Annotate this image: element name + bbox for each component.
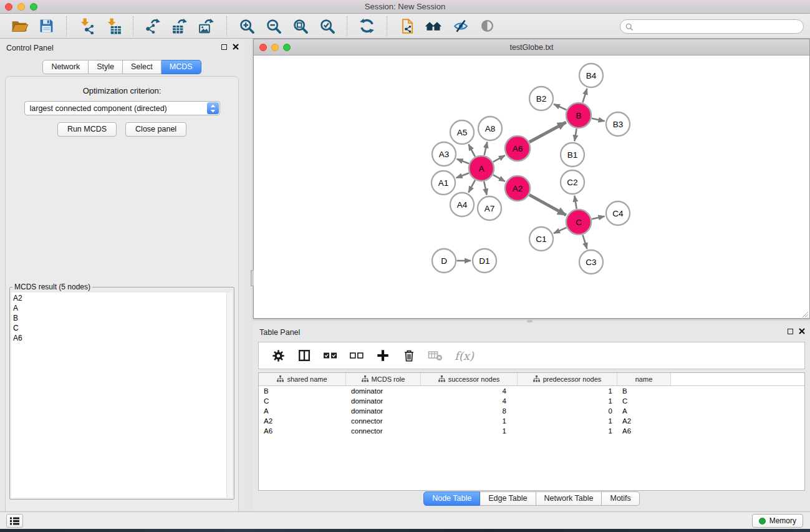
graph-node-B2[interactable]: B2 xyxy=(529,87,553,110)
import-table-icon[interactable] xyxy=(105,17,122,34)
graph-edge-A-A8[interactable] xyxy=(485,142,488,155)
mcds-result-item[interactable]: C xyxy=(13,323,233,333)
graph-edge-A2-C[interactable] xyxy=(529,195,566,215)
graph-node-D1[interactable]: D1 xyxy=(473,249,496,273)
close-panel-button[interactable]: Close panel xyxy=(125,122,186,137)
zoom-fit-icon[interactable] xyxy=(292,17,309,34)
result-scrollbar[interactable] xyxy=(226,293,233,498)
tab-network-table[interactable]: Network Table xyxy=(536,491,602,506)
home-icon[interactable] xyxy=(425,17,442,34)
graph-edge-C-C1[interactable] xyxy=(554,228,566,233)
graph-node-A1[interactable]: A1 xyxy=(432,171,455,195)
graph-node-A3[interactable]: A3 xyxy=(432,142,456,166)
splitter-handle[interactable] xyxy=(251,270,254,286)
import-network-icon[interactable] xyxy=(78,17,95,34)
graph-edge-A-A7[interactable] xyxy=(484,181,486,195)
graph-edge-A-A5[interactable] xyxy=(468,144,475,157)
tab-mcds[interactable]: MCDS xyxy=(162,60,201,74)
export-table-icon[interactable] xyxy=(171,17,188,34)
table-row[interactable]: Cdominator41C xyxy=(259,396,804,406)
graph-node-A2[interactable]: A2 xyxy=(505,176,530,201)
columns-icon[interactable] xyxy=(297,348,312,363)
tab-node-table[interactable]: Node Table xyxy=(423,491,480,506)
graph-node-C3[interactable]: C3 xyxy=(579,250,603,274)
mcds-result-list[interactable]: A2ABCA6 xyxy=(11,293,233,498)
export-network-icon[interactable] xyxy=(145,17,162,34)
table-row[interactable]: A6connector11A6 xyxy=(259,426,804,436)
graph-edge-B-B3[interactable] xyxy=(592,118,605,122)
mcds-result-item[interactable]: B xyxy=(13,313,233,323)
table-row[interactable]: A2connector11A2 xyxy=(259,416,804,426)
optimization-criterion-select[interactable]: largest connected component (directed) xyxy=(24,101,220,115)
task-history-button[interactable] xyxy=(6,514,23,528)
column-header-predecessor-nodes[interactable]: predecessor nodes xyxy=(518,373,617,385)
float-table-panel-icon[interactable] xyxy=(788,329,793,334)
graph-node-A7[interactable]: A7 xyxy=(478,196,501,220)
graph-edge-B-B1[interactable] xyxy=(574,128,576,141)
network-document-icon[interactable] xyxy=(398,17,415,34)
tab-motifs[interactable]: Motifs xyxy=(602,491,639,506)
hide-glasses-icon[interactable] xyxy=(452,17,469,34)
float-panel-icon[interactable] xyxy=(221,44,227,50)
zoom-out-icon[interactable] xyxy=(265,17,282,34)
network-canvas[interactable]: B4B2BB3A5A8A6A3B1AA1A2C2A4A7C4CC1DD1C3 xyxy=(254,56,809,318)
add-row-icon[interactable] xyxy=(375,348,390,363)
graph-edge-A-A6[interactable] xyxy=(493,155,505,162)
mcds-result-item[interactable]: A2 xyxy=(13,293,233,303)
graph-edge-B-B2[interactable] xyxy=(554,104,566,110)
search-input[interactable] xyxy=(620,19,804,34)
graph-edge-C-C2[interactable] xyxy=(574,196,576,209)
graph-node-C4[interactable]: C4 xyxy=(606,201,630,225)
zoom-selected-icon[interactable] xyxy=(319,17,335,34)
refresh-icon[interactable] xyxy=(359,17,375,34)
graph-edge-C-C3[interactable] xyxy=(582,235,587,249)
graph-node-A5[interactable]: A5 xyxy=(450,120,474,144)
graph-node-A6[interactable]: A6 xyxy=(505,136,530,161)
run-mcds-button[interactable]: Run MCDS xyxy=(57,122,117,137)
graph-edge-B-B4[interactable] xyxy=(582,89,587,102)
eye-icon[interactable] xyxy=(479,17,496,34)
select-all-icon[interactable] xyxy=(323,348,338,363)
column-header-MCDS-role[interactable]: MCDS role xyxy=(346,373,421,385)
tab-style[interactable]: Style xyxy=(89,60,123,74)
graph-edge-A6-B[interactable] xyxy=(529,122,566,142)
tab-select[interactable]: Select xyxy=(123,60,162,74)
save-session-icon[interactable] xyxy=(38,17,55,34)
open-file-icon[interactable] xyxy=(11,17,28,34)
graph-edge-A-A2[interactable] xyxy=(493,175,505,181)
horizontal-splitter-grip[interactable] xyxy=(527,320,533,322)
export-image-icon[interactable] xyxy=(198,17,215,34)
gear-icon[interactable] xyxy=(271,348,286,363)
window-resize-grip[interactable] xyxy=(801,309,809,317)
graph-node-A4[interactable]: A4 xyxy=(450,193,474,216)
graph-node-C1[interactable]: C1 xyxy=(529,227,553,251)
graph-edge-A-A1[interactable] xyxy=(456,173,469,178)
zoom-in-icon[interactable] xyxy=(238,17,255,34)
table-row[interactable]: Adominator80A xyxy=(259,406,804,416)
unselect-all-icon[interactable] xyxy=(349,348,364,363)
network-window-titlebar[interactable]: testGlobe.txt xyxy=(254,39,809,56)
graph-node-C[interactable]: C xyxy=(566,210,591,235)
graph-node-B4[interactable]: B4 xyxy=(579,64,603,87)
table-row[interactable]: Bdominator41B xyxy=(259,386,804,396)
memory-button[interactable]: Memory xyxy=(752,514,803,528)
graph-edge-A-A4[interactable] xyxy=(468,180,475,193)
trash-icon[interactable] xyxy=(402,348,417,363)
graph-node-A[interactable]: A xyxy=(469,156,494,181)
graph-edge-C-C4[interactable] xyxy=(592,216,605,220)
mcds-result-item[interactable]: A6 xyxy=(13,333,233,343)
graph-node-B1[interactable]: B1 xyxy=(561,143,584,167)
graph-node-A8[interactable]: A8 xyxy=(478,117,502,140)
tab-edge-table[interactable]: Edge Table xyxy=(480,491,536,506)
close-table-panel-icon[interactable] xyxy=(799,328,805,334)
column-header-shared-name[interactable]: shared name xyxy=(259,373,346,385)
column-header-successor-nodes[interactable]: successor nodes xyxy=(421,373,518,385)
graph-node-B[interactable]: B xyxy=(566,103,591,128)
graph-edge-A-A3[interactable] xyxy=(457,159,469,163)
mcds-result-item[interactable]: A xyxy=(13,303,233,313)
tab-network[interactable]: Network xyxy=(42,60,89,74)
graph-node-C2[interactable]: C2 xyxy=(561,170,584,194)
column-header-name[interactable]: name xyxy=(617,373,671,385)
graph-node-D[interactable]: D xyxy=(432,249,456,273)
close-panel-icon[interactable] xyxy=(233,44,239,50)
